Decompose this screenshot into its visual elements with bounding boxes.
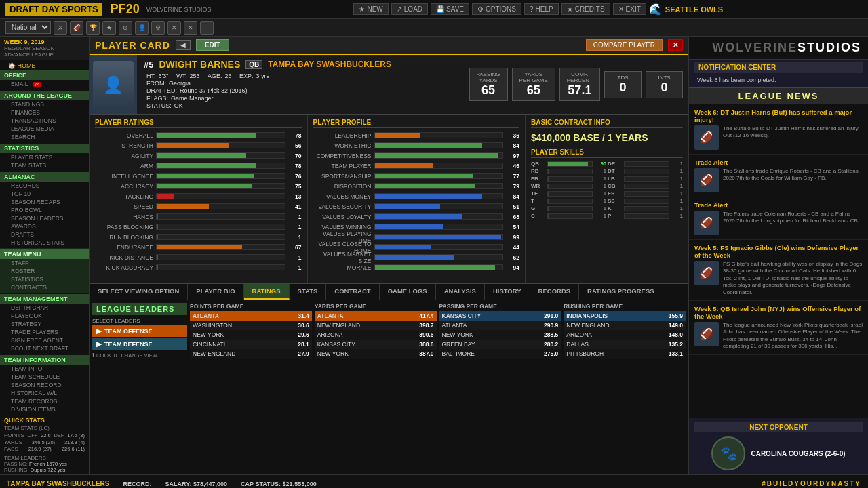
sidebar-drafts[interactable]: DRAFTS (0, 230, 89, 239)
rating-bar-fill (157, 194, 174, 199)
sidebar-trade-players[interactable]: TRADE PLAYERS (0, 328, 89, 336)
sidebar-standings[interactable]: STANDINGS (0, 100, 89, 108)
edit-button[interactable]: EDIT (196, 39, 229, 51)
value-cell: 291.0 (524, 311, 561, 321)
compare-player-button[interactable]: COMPARE PLAYER (586, 39, 663, 51)
sidebar-awards[interactable]: AWARDS (0, 222, 89, 230)
tab-contract[interactable]: CONTRACT (326, 284, 379, 300)
load-button[interactable]: ↗ LOAD (391, 3, 428, 15)
help-button[interactable]: ? HELP (524, 3, 559, 15)
sidebar-search[interactable]: SEARCH (0, 133, 89, 141)
sidebar-roster[interactable]: ROSTER (0, 267, 89, 275)
notification-center: NOTIFICATION CENTER Week 8 has been comp… (689, 60, 868, 88)
view-dropdown[interactable]: National (5, 21, 51, 34)
rating-bar-fill (375, 255, 454, 260)
save-button[interactable]: 💾 SAVE (431, 3, 469, 15)
team-offense-button[interactable]: ▶ TEAM OFFENSE (92, 325, 187, 337)
table-row: ARIZONA 390.6 (315, 330, 437, 340)
sidebar-records[interactable]: RECORDS (0, 182, 89, 190)
sidebar-sign-free-agent[interactable]: SIGN FREE AGENT (0, 336, 89, 344)
sidebar-historical-wl[interactable]: HISTORICAL W/L (0, 389, 89, 397)
sidebar-playbook[interactable]: PLAYBOOK (0, 312, 89, 320)
options-button[interactable]: ⚙ OPTIONS (472, 3, 521, 15)
opponent-logo: 🐾 (711, 436, 745, 470)
value-cell: 29.6 (281, 330, 312, 340)
nav-icon-4[interactable]: ★ (102, 21, 116, 35)
sidebar-league-media[interactable]: LEAGUE MEDIA (0, 125, 89, 133)
ints-box: INTS 0 (646, 71, 683, 98)
sidebar-season-recaps[interactable]: SEASON RECAPS (0, 198, 89, 206)
team-defense-button[interactable]: ▶ TEAM DEFENSE (92, 338, 187, 350)
sidebar-team-stats[interactable]: TEAM STATS (0, 161, 89, 169)
value-cell: 417.4 (401, 311, 436, 321)
nav-icon-10[interactable]: — (200, 21, 214, 35)
rating-bar (156, 244, 285, 250)
sidebar-pro-bowl[interactable]: PRO BOWL (0, 206, 89, 214)
rating-bar (374, 244, 504, 250)
sidebar-team-schedule[interactable]: TEAM SCHEDULE (0, 373, 89, 381)
close-player-card-button[interactable]: ✕ (668, 39, 683, 51)
nav-icon-5[interactable]: ⊕ (119, 21, 132, 35)
bottom-salary: SALARY: $78,447,000 (165, 481, 228, 487)
draft-day-sports-logo: DRAFT DAY SPORTS (5, 3, 102, 16)
sidebar-statistics-sub[interactable]: STATISTICS (0, 275, 89, 283)
skill-bar (547, 161, 593, 167)
nav-icon-7[interactable]: ⚙ (151, 21, 165, 35)
sidebar-division-items[interactable]: DIVISION ITEMS (0, 405, 89, 413)
rating-value: 68 (503, 214, 519, 220)
sidebar-email[interactable]: EMAIL 74 (0, 80, 89, 88)
tab-game-logs[interactable]: GAME LOGS (380, 284, 436, 300)
nav-icon-2[interactable]: 🏈 (70, 21, 83, 35)
quick-stats-section: QUICK STATS TEAM STATS (LC) POINTS OFF 2… (0, 415, 89, 474)
credits-button[interactable]: ★ CREDITS (561, 3, 610, 15)
nav-icon-6[interactable]: 👤 (135, 21, 149, 35)
sidebar-team-info[interactable]: TEAM INFO (0, 365, 89, 373)
table-row: NEW ENGLAND 149.0 (564, 321, 686, 330)
sidebar-team-records[interactable]: TEAM RECORDS (0, 397, 89, 405)
sidebar-contracts[interactable]: CONTRACTS (0, 283, 89, 291)
sidebar-staff[interactable]: STAFF (0, 259, 89, 267)
rating-bar-fill (157, 214, 158, 219)
exit-button[interactable]: ✕ EXIT (613, 3, 646, 15)
tab-history[interactable]: HISTORY (485, 284, 530, 300)
sidebar-player-stats[interactable]: PLAYER STATS (0, 153, 89, 161)
team-name-cell: ATLANTA (190, 311, 281, 321)
tab-stats[interactable]: STATS (290, 284, 327, 300)
rating-bar-fill (375, 214, 462, 219)
rating-label: INTELLIGENCE (95, 173, 156, 180)
skill-bar-fill (625, 184, 625, 188)
nav-icon-8[interactable]: ✕ (167, 21, 181, 35)
nav-icon-1[interactable]: ⚔ (54, 21, 67, 35)
tab-ratings-progress[interactable]: RATINGS PROGRESS (579, 284, 663, 300)
team-name-cell: CINCINNATI (190, 340, 281, 349)
tab-records[interactable]: RECORDS (530, 284, 580, 300)
rating-bar-fill (157, 143, 229, 148)
new-button[interactable]: ★ NEW (353, 3, 388, 15)
rating-row-hands: HANDS 1 (95, 212, 302, 221)
rating-value: 1 (285, 234, 302, 241)
sidebar-strategy[interactable]: STRATEGY (0, 320, 89, 328)
sidebar-season-leaders[interactable]: SEASON LEADERS (0, 214, 89, 222)
click-change-view[interactable]: ℹ CLICK TO CHANGE VIEW (92, 352, 187, 359)
value-cell: 148.0 (650, 330, 686, 340)
nav-icon-3[interactable]: 🏆 (86, 21, 100, 35)
nav-icon-9[interactable]: ✕ (184, 21, 197, 35)
sidebar-top10[interactable]: TOP 10 (0, 190, 89, 198)
sidebar-scout-next-draft[interactable]: SCOUT NEXT DRAFT (0, 344, 89, 352)
player-prev-button[interactable]: ◀ (176, 40, 191, 50)
sidebar-season-record[interactable]: SEASON RECORD (0, 381, 89, 389)
table-row: WASHINGTON 30.6 (190, 321, 312, 330)
sidebar-team-information-header: TEAM INFORMATION (0, 355, 89, 365)
tab-analysis[interactable]: ANALYSIS (436, 284, 485, 300)
sidebar-historical-stats[interactable]: HISTORICAL STATS (0, 239, 89, 247)
sidebar-transactions[interactable]: TRANSACTIONS (0, 117, 89, 125)
tab-player-bio[interactable]: PLAYER BIO (188, 284, 243, 300)
tab-ratings[interactable]: RATINGS (244, 284, 290, 300)
rating-bar-fill (375, 245, 431, 249)
table-row: ATLANTA 290.9 (439, 321, 561, 330)
comp-percent-value: 57.1 (567, 83, 593, 98)
tab-select-viewing-option[interactable]: SELECT VIEWING OPTION (90, 284, 188, 300)
sidebar-depth-chart[interactable]: DEPTH CHART (0, 304, 89, 312)
sidebar-finances[interactable]: FINANCES (0, 108, 89, 117)
sidebar-home[interactable]: 🏠 HOME (0, 61, 89, 70)
